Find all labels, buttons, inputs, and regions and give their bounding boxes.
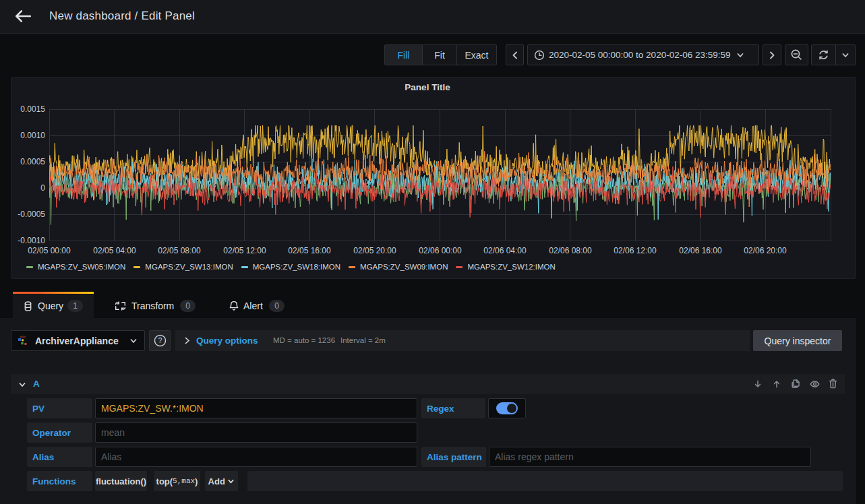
- svg-text:02/06 12:00: 02/06 12:00: [614, 246, 657, 255]
- svg-text:0: 0: [40, 183, 45, 193]
- svg-text:02/06 08:00: 02/06 08:00: [549, 246, 592, 255]
- svg-text:02/06 00:00: 02/06 00:00: [419, 246, 462, 255]
- svg-text:02/05 20:00: 02/05 20:00: [353, 246, 396, 255]
- svg-text:02/06 16:00: 02/06 16:00: [679, 246, 722, 255]
- svg-text:02/05 00:00: 02/05 00:00: [28, 246, 71, 255]
- svg-text:02/05 04:00: 02/05 04:00: [93, 246, 136, 255]
- svg-text:02/05 08:00: 02/05 08:00: [158, 246, 201, 255]
- svg-text:02/06 20:00: 02/06 20:00: [744, 246, 787, 255]
- svg-text:-0.0010: -0.0010: [18, 236, 45, 245]
- svg-text:02/05 16:00: 02/05 16:00: [288, 246, 331, 255]
- svg-text:0.0015: 0.0015: [20, 104, 45, 114]
- svg-text:?: ?: [158, 336, 162, 344]
- svg-text:0.0005: 0.0005: [20, 157, 45, 166]
- svg-text:02/05 12:00: 02/05 12:00: [223, 246, 266, 255]
- svg-text:0.0010: 0.0010: [20, 131, 45, 140]
- svg-text:02/06 04:00: 02/06 04:00: [483, 246, 527, 255]
- svg-text:-0.0005: -0.0005: [18, 210, 45, 219]
